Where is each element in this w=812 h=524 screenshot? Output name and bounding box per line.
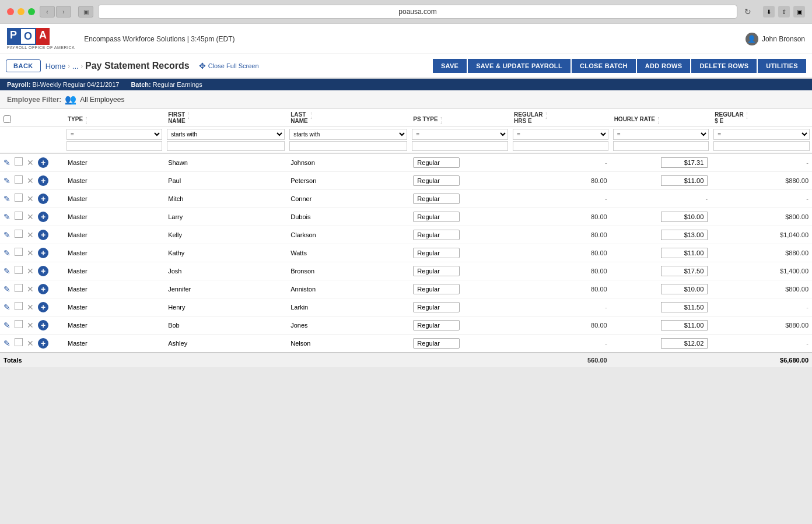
fullscreen-button[interactable]: ✥ Close Full Screen — [199, 61, 259, 71]
delete-button[interactable]: ✕ — [27, 339, 34, 348]
download-icon[interactable]: ⬇ — [763, 6, 775, 17]
delete-button[interactable]: ✕ — [27, 230, 34, 240]
window-icon[interactable]: ▣ — [793, 6, 805, 17]
edit-button[interactable]: ✎ — [4, 158, 10, 167]
hourly-rate-input[interactable] — [661, 266, 708, 276]
filter-last-select[interactable]: starts with — [289, 129, 407, 140]
hourly-rate-input[interactable] — [661, 284, 708, 294]
filter-pstype-select[interactable]: = — [412, 129, 508, 140]
delete-button[interactable]: ✕ — [27, 284, 34, 294]
hourly-rate-input[interactable] — [661, 338, 708, 349]
hourly-rate-input[interactable] — [661, 320, 708, 330]
col-hrs-sort[interactable]: ↑↓ — [545, 111, 547, 119]
add-row-button[interactable]: + — [38, 175, 48, 186]
add-row-button[interactable]: + — [38, 230, 48, 240]
row-checkbox[interactable] — [15, 266, 23, 274]
row-hourly-rate[interactable] — [611, 208, 712, 226]
row-ps-type[interactable]: Regular — [410, 153, 510, 172]
add-row-button[interactable]: + — [38, 157, 48, 168]
filter-first-input[interactable] — [167, 141, 285, 151]
row-ps-type[interactable]: Regular — [410, 226, 510, 244]
address-bar[interactable]: poausa.com — [98, 5, 737, 19]
row-ps-type[interactable]: Regular — [410, 190, 510, 208]
row-ps-type[interactable]: Regular — [410, 262, 510, 280]
filter-pstype-input[interactable] — [412, 141, 508, 151]
add-row-button[interactable]: + — [38, 302, 48, 312]
row-ps-type[interactable]: Regular — [410, 335, 510, 353]
minimize-dot[interactable] — [18, 8, 24, 15]
row-hourly-rate[interactable] — [611, 153, 712, 172]
delete-button[interactable]: ✕ — [27, 266, 34, 276]
delete-button[interactable]: ✕ — [27, 303, 34, 312]
delete-button[interactable]: ✕ — [27, 158, 34, 167]
forward-nav-button[interactable]: › — [56, 6, 71, 17]
hourly-rate-input[interactable] — [661, 248, 708, 258]
row-checkbox[interactable] — [15, 194, 23, 202]
maximize-dot[interactable] — [28, 8, 35, 15]
row-ps-type[interactable]: Regular — [410, 298, 510, 316]
add-row-button[interactable]: + — [38, 212, 48, 222]
filter-first-select[interactable]: starts with — [167, 129, 285, 140]
delete-button[interactable]: ✕ — [27, 212, 34, 221]
col-rate-sort[interactable]: ↑↓ — [657, 116, 660, 124]
back-button[interactable]: BACK — [6, 59, 41, 72]
add-row-button[interactable]: + — [38, 266, 48, 276]
hourly-rate-input[interactable] — [661, 302, 708, 312]
save-update-payroll-button[interactable]: SAVE & UPDATE PAYROLL — [468, 59, 570, 73]
filter-rate-select[interactable]: = — [613, 129, 709, 140]
row-checkbox[interactable] — [15, 302, 23, 310]
row-checkbox[interactable] — [15, 175, 23, 184]
filter-hrs-select[interactable]: = — [513, 129, 608, 140]
add-row-button[interactable]: + — [38, 248, 48, 258]
delete-rows-button[interactable]: DELETE ROWS — [691, 59, 757, 73]
row-hourly-rate[interactable] — [611, 316, 712, 335]
edit-button[interactable]: ✎ — [4, 303, 10, 312]
row-ps-type[interactable]: Regular — [410, 244, 510, 262]
hourly-rate-input[interactable] — [661, 175, 708, 186]
filter-last-input[interactable] — [289, 141, 407, 151]
col-type-sort[interactable]: ↑↓ — [85, 116, 88, 124]
row-hourly-rate[interactable] — [611, 262, 712, 280]
add-row-button[interactable]: + — [38, 320, 48, 330]
hourly-rate-input[interactable] — [661, 212, 708, 222]
edit-button[interactable]: ✎ — [4, 248, 10, 258]
row-ps-type[interactable]: Regular — [410, 316, 510, 335]
filter-value[interactable]: All Employees — [80, 96, 124, 104]
edit-button[interactable]: ✎ — [4, 194, 10, 203]
filter-rate-input[interactable] — [613, 141, 709, 151]
close-batch-button[interactable]: CLOSE BATCH — [572, 59, 636, 73]
delete-button[interactable]: ✕ — [27, 176, 34, 185]
col-first-sort[interactable]: ↑↓ — [188, 111, 190, 119]
filter-type-select[interactable]: = — [66, 129, 162, 140]
select-all-checkbox[interactable] — [4, 115, 11, 123]
row-checkbox[interactable] — [15, 212, 23, 220]
row-checkbox[interactable] — [15, 248, 23, 256]
row-checkbox[interactable] — [15, 338, 23, 346]
row-hourly-rate[interactable]: - — [611, 190, 712, 208]
row-ps-type[interactable]: Regular — [410, 172, 510, 190]
add-row-button[interactable]: + — [38, 194, 48, 204]
save-button[interactable]: SAVE — [433, 59, 467, 73]
col-regular-sort[interactable]: ↑↓ — [746, 111, 748, 119]
edit-button[interactable]: ✎ — [4, 266, 10, 276]
filter-regular-input[interactable] — [713, 141, 810, 151]
row-checkbox[interactable] — [15, 157, 23, 166]
delete-button[interactable]: ✕ — [27, 321, 34, 330]
edit-button[interactable]: ✎ — [4, 212, 10, 221]
breadcrumb-ellipsis[interactable]: ... — [72, 62, 79, 71]
col-last-sort[interactable]: ↑↓ — [310, 111, 313, 119]
delete-button[interactable]: ✕ — [27, 248, 34, 258]
row-checkbox[interactable] — [15, 320, 23, 328]
edit-button[interactable]: ✎ — [4, 284, 10, 294]
edit-button[interactable]: ✎ — [4, 339, 10, 348]
filter-type-input[interactable] — [66, 141, 162, 151]
filter-hrs-input[interactable] — [513, 141, 608, 151]
add-rows-button[interactable]: ADD ROWS — [637, 59, 691, 73]
row-hourly-rate[interactable] — [611, 335, 712, 353]
row-ps-type[interactable]: Regular — [410, 280, 510, 298]
row-hourly-rate[interactable] — [611, 298, 712, 316]
row-hourly-rate[interactable] — [611, 280, 712, 298]
back-nav-button[interactable]: ‹ — [40, 6, 55, 17]
refresh-button[interactable]: ↻ — [742, 5, 754, 19]
row-hourly-rate[interactable] — [611, 226, 712, 244]
